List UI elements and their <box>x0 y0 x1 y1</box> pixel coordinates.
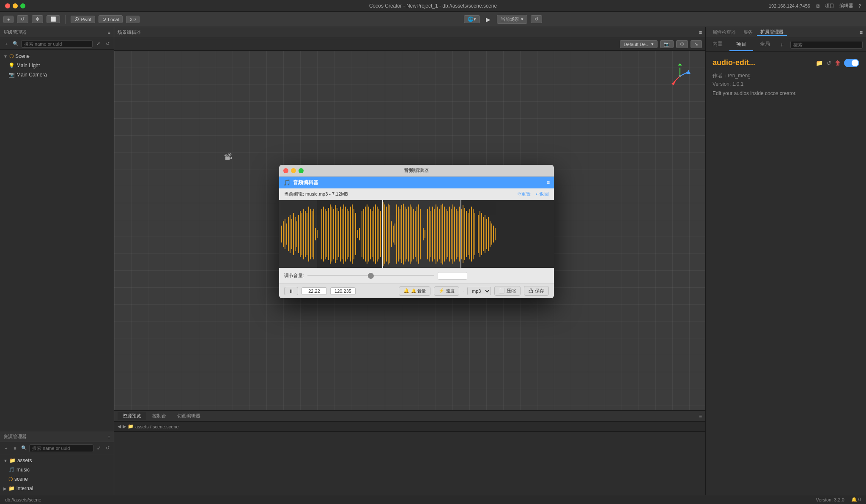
minimize-button[interactable] <box>13 3 18 8</box>
play-button[interactable]: ▶ <box>483 14 493 25</box>
modal-traffic-lights[interactable] <box>283 168 304 173</box>
svg-rect-93 <box>429 207 430 262</box>
total-time-field[interactable] <box>330 287 356 295</box>
ext-refresh-button[interactable]: ↺ <box>826 59 831 67</box>
scene-canvas[interactable]: 📽 音频编辑器 🎵 音频编辑器 ≡ <box>114 51 705 410</box>
hierarchy-panel-header: 层级管理器 ≡ <box>0 27 114 38</box>
svg-rect-60 <box>370 209 371 259</box>
breadcrumb-forward[interactable]: ▶ <box>123 424 126 429</box>
select-tool[interactable]: ✥ <box>32 15 43 23</box>
tab-service[interactable]: 服务 <box>740 29 756 35</box>
scene-editor-menu[interactable]: ≡ <box>699 30 702 35</box>
hierarchy-search-input[interactable] <box>21 40 93 48</box>
asset-search-button[interactable]: 🔍 <box>20 444 27 452</box>
scene-node[interactable]: ▼ ⬡ Scene <box>0 52 114 61</box>
save-button[interactable]: 凸 保存 <box>524 286 549 296</box>
ext-tab-builtin[interactable]: 内置 <box>706 38 729 51</box>
scene-camera-icon: 📽 <box>224 152 233 162</box>
help-icon[interactable]: ? <box>858 3 861 8</box>
tab-resource-preview[interactable]: 资源预览 <box>118 412 146 420</box>
hierarchy-search-button[interactable]: 🔍 <box>12 40 19 48</box>
settings-button[interactable]: ⚙ <box>676 40 688 48</box>
close-button[interactable] <box>5 3 10 8</box>
project-label[interactable]: 项目 <box>825 3 834 9</box>
format-selector[interactable]: mp3 wav ogg <box>467 287 491 295</box>
local-button[interactable]: ⊙ Local <box>99 15 123 23</box>
asset-add-button[interactable]: + <box>3 444 10 452</box>
modal-close[interactable] <box>283 168 288 173</box>
modal-minimize[interactable] <box>291 168 296 173</box>
ext-tab-global[interactable]: 全局 <box>753 38 777 51</box>
svg-rect-52 <box>355 213 356 255</box>
hierarchy-add-button[interactable]: + <box>3 40 10 48</box>
sound-button[interactable]: 🔔 🔔 音量 <box>399 286 430 296</box>
breadcrumb-back[interactable]: ◀ <box>118 424 121 429</box>
main-camera-node[interactable]: 📷 Main Camera <box>0 70 114 79</box>
internal-node[interactable]: ▶ 📁 internal <box>0 484 114 493</box>
asset-search-input[interactable] <box>29 444 93 452</box>
svg-rect-116 <box>468 213 469 255</box>
svg-rect-69 <box>386 207 387 262</box>
svg-rect-50 <box>352 204 353 264</box>
ext-search-input[interactable] <box>790 41 863 49</box>
svg-rect-130 <box>493 226 494 242</box>
asset-sort-button[interactable]: ≡ <box>11 444 19 452</box>
main-light-node[interactable]: 💡 Main Light <box>0 61 114 70</box>
modal-maximize[interactable] <box>299 168 304 173</box>
right-panel-menu[interactable]: ≡ <box>860 30 863 35</box>
svg-rect-110 <box>458 211 458 257</box>
volume-input[interactable]: 1 <box>438 272 467 280</box>
tab-cut-editor[interactable]: 切画编辑器 <box>172 412 206 420</box>
undo-button[interactable]: ↺ <box>17 15 28 23</box>
tab-properties[interactable]: 属性检查器 <box>709 29 739 35</box>
svg-rect-24 <box>305 211 306 257</box>
camera-selector[interactable]: Default De... ▾ <box>620 40 658 48</box>
ext-tab-project[interactable]: 项目 <box>729 38 753 51</box>
svg-rect-54 <box>359 228 360 240</box>
tab-extensions[interactable]: 扩展管理器 <box>757 29 787 36</box>
waveform-container[interactable] <box>279 200 554 268</box>
hierarchy-menu-icon[interactable]: ≡ <box>108 30 110 35</box>
fullscreen-button[interactable]: ⤡ <box>691 40 702 48</box>
asset-refresh-button[interactable]: ↺ <box>104 444 111 452</box>
ext-toggle[interactable] <box>844 59 859 67</box>
current-file-label: 当前编辑: music.mp3 - 7.12MB <box>284 191 348 197</box>
3d-button[interactable]: 3D <box>126 16 140 23</box>
screenshot-button[interactable]: 📷 <box>660 40 674 48</box>
speed-button[interactable]: ⚡ 速度 <box>434 286 459 296</box>
ext-folder-button[interactable]: 📁 <box>816 59 823 67</box>
current-time-field[interactable] <box>301 287 327 295</box>
globe-button[interactable]: 🌐▾ <box>464 15 480 23</box>
svg-rect-106 <box>451 209 452 259</box>
asset-menu-icon[interactable]: ≡ <box>108 434 110 439</box>
svg-rect-23 <box>303 209 304 259</box>
ext-header: audio-edit... 📁 ↺ 🗑 <box>713 58 859 67</box>
hierarchy-refresh-button[interactable]: ↺ <box>104 40 111 48</box>
asset-expand-button[interactable]: ⤢ <box>95 444 102 452</box>
maximize-button[interactable] <box>20 3 25 8</box>
scene-asset-node[interactable]: ⬡ scene <box>0 474 114 484</box>
hierarchy-expand-button[interactable]: ⤢ <box>94 40 102 48</box>
return-button[interactable]: ↩返回 <box>536 191 549 197</box>
volume-slider[interactable] <box>307 275 434 276</box>
reset-button[interactable]: ⟳重置 <box>518 191 531 197</box>
editor-label[interactable]: 编辑器 <box>839 3 853 9</box>
pause-button[interactable]: ⏸ <box>284 287 298 295</box>
music-node[interactable]: 🎵 music <box>0 465 114 474</box>
ext-delete-button[interactable]: 🗑 <box>835 59 841 67</box>
window-controls[interactable] <box>5 3 25 8</box>
tab-console[interactable]: 控制台 <box>147 412 171 420</box>
bottom-menu-icon[interactable]: ≡ <box>699 413 702 419</box>
ext-add-button[interactable]: + <box>777 41 787 48</box>
refresh-button[interactable]: ↺ <box>531 15 542 23</box>
scene-selector[interactable]: 当前场景 ▾ <box>497 15 527 24</box>
pivot-button[interactable]: ⦿ Pivot <box>71 16 95 23</box>
modal-menu-icon[interactable]: ≡ <box>547 180 550 185</box>
svg-rect-49 <box>350 207 351 262</box>
svg-rect-82 <box>408 207 409 262</box>
scene-view-button[interactable]: ⬜ <box>47 15 60 23</box>
status-notifications[interactable]: 🔔 0 <box>851 497 861 502</box>
add-node-button[interactable]: + <box>3 16 14 23</box>
assets-root-node[interactable]: ▼ 📁 assets <box>0 456 114 465</box>
compress-button[interactable]: ⬜ 压缩 <box>494 286 521 296</box>
